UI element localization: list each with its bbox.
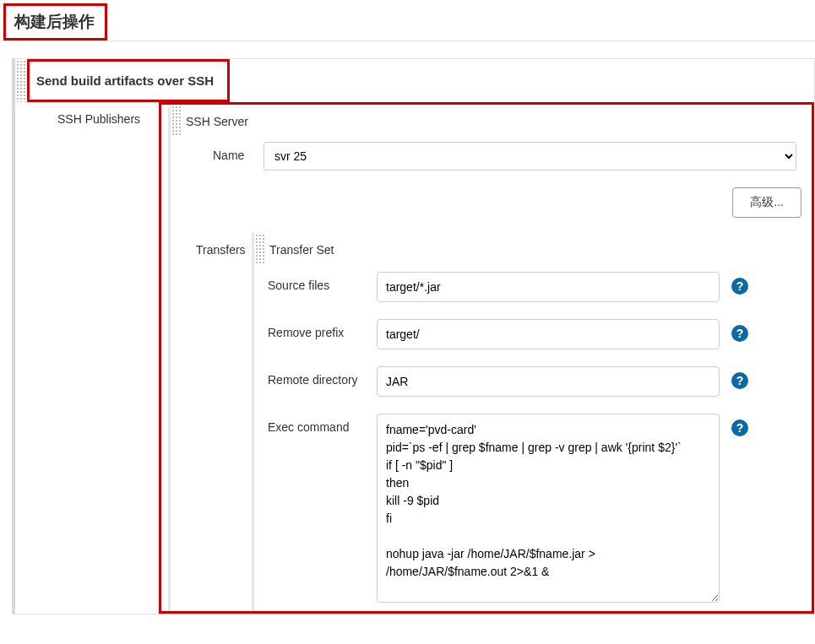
section-title: Send build artifacts over SSH [27,59,230,102]
page-title: 构建后操作 [3,3,107,41]
exec-command-label: Exec command [254,414,377,434]
help-icon[interactable]: ? [731,372,748,389]
help-icon[interactable]: ? [731,419,748,436]
transfers-label: Transfers [171,233,247,257]
source-files-input[interactable] [377,272,720,302]
header-divider [0,41,815,41]
ssh-server-label: SSH Server [181,105,257,135]
ssh-server-name-select[interactable]: svr 25 [264,142,796,170]
transfer-set-label: Transfer Set [264,233,343,263]
advanced-button[interactable]: 高级... [732,187,801,218]
help-icon[interactable]: ? [731,278,748,295]
drag-handle-icon[interactable] [15,59,27,102]
page-header-wrap: 构建后操作 [0,0,815,41]
remove-prefix-label: Remove prefix [254,319,377,339]
exec-command-textarea[interactable] [377,414,720,603]
drag-handle-icon[interactable] [171,105,181,135]
post-build-action-section: Send build artifacts over SSH SSH Publis… [12,58,815,614]
ssh-publishers-label: SSH Publishers [15,102,159,126]
source-files-label: Source files [254,272,377,292]
remove-prefix-input[interactable] [377,319,720,349]
help-icon[interactable]: ? [731,325,748,342]
drag-handle-icon[interactable] [254,233,264,263]
remote-directory-label: Remote directory [254,366,377,387]
remote-directory-input[interactable] [377,366,720,397]
name-label: Name [187,142,264,162]
ssh-publishers-panel: SSH Server Name svr 25 高级... [159,102,814,614]
